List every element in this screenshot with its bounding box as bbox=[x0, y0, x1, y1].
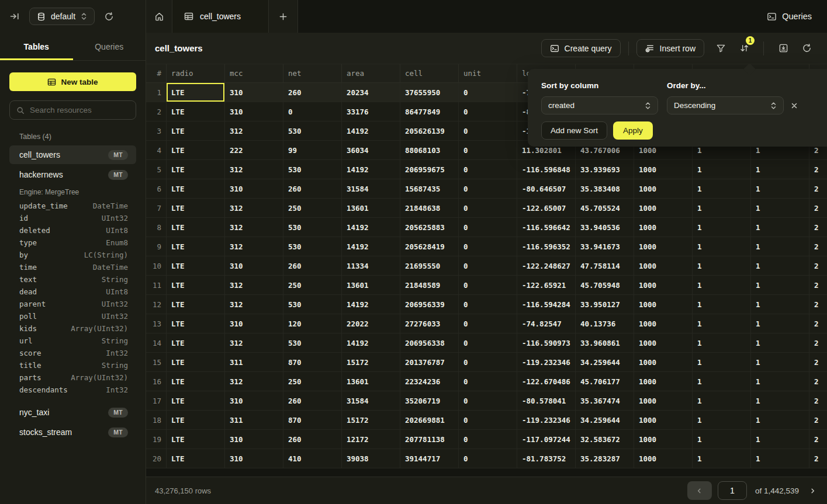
cell-lat[interactable]: 33.941673 bbox=[576, 237, 634, 256]
cell-lat[interactable]: 33.940536 bbox=[576, 218, 634, 237]
cell-lon[interactable]: -116.596352 bbox=[517, 237, 576, 256]
cell-mcc[interactable]: 310 bbox=[225, 449, 283, 468]
cell-unit[interactable]: 0 bbox=[459, 314, 517, 333]
cell-lon[interactable]: -116.590973 bbox=[517, 333, 576, 352]
cell-area[interactable]: 12172 bbox=[342, 430, 400, 449]
cell-radio[interactable]: LTE bbox=[167, 449, 225, 468]
cell-unit[interactable]: 0 bbox=[459, 411, 517, 429]
cell-changeable[interactable]: 1 bbox=[751, 449, 809, 468]
cell-samples[interactable]: 1 bbox=[693, 218, 751, 237]
cell-area[interactable]: 14192 bbox=[342, 160, 400, 179]
cell-lon[interactable]: -122.65007 bbox=[517, 199, 576, 217]
cell-samples[interactable]: 1 bbox=[693, 160, 751, 179]
cell-range[interactable]: 1000 bbox=[634, 199, 693, 217]
cell-net[interactable]: 530 bbox=[283, 160, 342, 179]
cell-unit[interactable]: 0 bbox=[459, 256, 517, 275]
cell-cell[interactable]: 27276033 bbox=[400, 314, 459, 333]
collapse-sidebar-button[interactable] bbox=[7, 9, 22, 24]
column-header-cell[interactable]: cell bbox=[400, 64, 459, 82]
cell-net[interactable]: 530 bbox=[283, 295, 342, 314]
cell-net[interactable]: 250 bbox=[283, 199, 342, 217]
cell-mcc[interactable]: 312 bbox=[225, 295, 283, 314]
cell-mcc[interactable]: 311 bbox=[225, 411, 283, 429]
insert-row-button[interactable]: Insert row bbox=[636, 39, 704, 57]
cell-mcc[interactable]: 312 bbox=[225, 121, 283, 140]
cell-lat[interactable]: 47.758114 bbox=[576, 256, 634, 275]
cell-cell[interactable]: 205626139 bbox=[400, 121, 459, 140]
cell-lat[interactable]: 45.706177 bbox=[576, 372, 634, 391]
cell-samples[interactable]: 1 bbox=[693, 199, 751, 217]
cell-lon[interactable]: -116.596642 bbox=[517, 218, 576, 237]
refresh-databases-button[interactable] bbox=[102, 9, 116, 24]
cell-net[interactable]: 530 bbox=[283, 237, 342, 256]
cell-unit[interactable]: 0 bbox=[459, 199, 517, 217]
cell-lon[interactable]: -80.646507 bbox=[517, 179, 576, 198]
cell-lon[interactable]: -80.578041 bbox=[517, 391, 576, 410]
cell-area[interactable]: 14192 bbox=[342, 237, 400, 256]
cell-lat[interactable]: 34.259644 bbox=[576, 411, 634, 429]
cell-mcc[interactable]: 312 bbox=[225, 372, 283, 391]
cell-cell[interactable]: 206956339 bbox=[400, 295, 459, 314]
cell-created[interactable]: 2 bbox=[809, 179, 827, 198]
cell-lon[interactable]: -119.232346 bbox=[517, 353, 576, 371]
cell-created[interactable]: 2 bbox=[809, 391, 827, 410]
cell-mcc[interactable]: 310 bbox=[225, 83, 283, 102]
cell-radio[interactable]: LTE bbox=[167, 256, 225, 275]
cell-created[interactable]: 2 bbox=[809, 218, 827, 237]
cell-changeable[interactable]: 1 bbox=[751, 314, 809, 333]
cell-mcc[interactable]: 312 bbox=[225, 333, 283, 352]
cell-created[interactable]: 2 bbox=[809, 411, 827, 429]
cell-radio[interactable]: LTE bbox=[167, 372, 225, 391]
page-number-input[interactable] bbox=[718, 481, 747, 500]
cell-unit[interactable]: 0 bbox=[459, 141, 517, 159]
column-header-unit[interactable]: unit bbox=[459, 64, 517, 82]
cell-samples[interactable]: 1 bbox=[693, 314, 751, 333]
cell-area[interactable]: 13601 bbox=[342, 199, 400, 217]
cell-lon[interactable]: -122.65921 bbox=[517, 276, 576, 294]
cell-changeable[interactable]: 1 bbox=[751, 372, 809, 391]
apply-sort-button[interactable]: Apply bbox=[613, 121, 653, 140]
cell-net[interactable]: 410 bbox=[283, 449, 342, 468]
cell-samples[interactable]: 1 bbox=[693, 179, 751, 198]
cell-range[interactable]: 1000 bbox=[634, 314, 693, 333]
cell-cell[interactable]: 206959675 bbox=[400, 160, 459, 179]
cell-cell[interactable]: 201376787 bbox=[400, 353, 459, 371]
cell-cell[interactable]: 202669881 bbox=[400, 411, 459, 429]
cell-cell[interactable]: 39144717 bbox=[400, 449, 459, 468]
sort-button[interactable]: 1 bbox=[732, 39, 756, 57]
cell-radio[interactable]: LTE bbox=[167, 391, 225, 410]
cell-changeable[interactable]: 1 bbox=[751, 218, 809, 237]
cell-changeable[interactable]: 1 bbox=[751, 411, 809, 429]
cell-created[interactable]: 2 bbox=[809, 333, 827, 352]
cell-net[interactable]: 870 bbox=[283, 411, 342, 429]
search-input[interactable] bbox=[30, 106, 133, 114]
cell-samples[interactable]: 1 bbox=[693, 333, 751, 352]
queries-button[interactable]: Queries bbox=[767, 12, 812, 22]
cell-mcc[interactable]: 310 bbox=[225, 391, 283, 410]
download-button[interactable] bbox=[771, 39, 795, 57]
cell-lat[interactable]: 45.705524 bbox=[576, 199, 634, 217]
cell-cell[interactable]: 21848589 bbox=[400, 276, 459, 294]
cell-net[interactable]: 260 bbox=[283, 83, 342, 102]
cell-unit[interactable]: 0 bbox=[459, 391, 517, 410]
cell-lon[interactable]: -116.594284 bbox=[517, 295, 576, 314]
cell-unit[interactable]: 0 bbox=[459, 430, 517, 449]
cell-range[interactable]: 1000 bbox=[634, 218, 693, 237]
cell-samples[interactable]: 1 bbox=[693, 372, 751, 391]
cell-created[interactable]: 2 bbox=[809, 256, 827, 275]
cell-changeable[interactable]: 1 bbox=[751, 333, 809, 352]
cell-mcc[interactable]: 310 bbox=[225, 179, 283, 198]
cell-lon[interactable]: -81.783752 bbox=[517, 449, 576, 468]
cell-mcc[interactable]: 310 bbox=[225, 314, 283, 333]
cell-radio[interactable]: LTE bbox=[167, 333, 225, 352]
cell-radio[interactable]: LTE bbox=[167, 276, 225, 294]
new-table-button[interactable]: New table bbox=[9, 72, 136, 91]
cell-lon[interactable]: -117.097244 bbox=[517, 430, 576, 449]
cell-cell[interactable]: 205625883 bbox=[400, 218, 459, 237]
cell-range[interactable]: 1000 bbox=[634, 333, 693, 352]
cell-samples[interactable]: 1 bbox=[693, 237, 751, 256]
cell-lat[interactable]: 35.367474 bbox=[576, 391, 634, 410]
cell-changeable[interactable]: 1 bbox=[751, 430, 809, 449]
cell-radio[interactable]: LTE bbox=[167, 102, 225, 121]
cell-range[interactable]: 1000 bbox=[634, 411, 693, 429]
